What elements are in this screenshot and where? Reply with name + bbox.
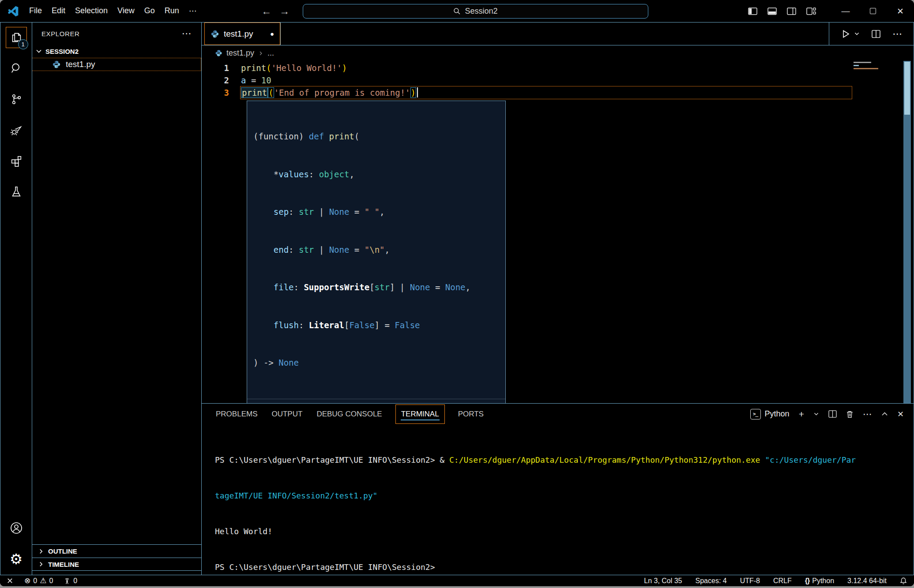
close-panel-icon[interactable]: ✕ — [897, 410, 904, 418]
editor-scrollbar[interactable] — [903, 61, 911, 403]
panel-tabs: PROBLEMS OUTPUT DEBUG CONSOLE TERMINAL P… — [215, 404, 485, 424]
toggle-secondary-sidebar-icon[interactable] — [787, 7, 796, 15]
menu-view[interactable]: View — [113, 4, 139, 18]
panel-more-actions-icon[interactable]: ⋯ — [863, 409, 872, 419]
run-icon — [841, 29, 850, 39]
tab-terminal[interactable]: TERMINAL — [395, 404, 445, 424]
split-terminal-icon[interactable] — [828, 410, 837, 418]
notifications-bell-icon[interactable] — [900, 577, 907, 584]
file-test1-py[interactable]: test1.py — [32, 58, 201, 71]
explorer-badge: 1 — [18, 39, 28, 49]
panel-header: PROBLEMS OUTPUT DEBUG CONSOLE TERMINAL P… — [202, 404, 914, 424]
activity-run-debug[interactable] — [6, 120, 27, 141]
breadcrumb: test1.py ... — [202, 45, 914, 61]
tab-problems[interactable]: PROBLEMS — [215, 405, 258, 423]
kill-terminal-trash-icon[interactable] — [846, 410, 854, 418]
python-file-icon — [52, 60, 61, 69]
terminal-line: Hello World! — [215, 525, 914, 537]
menu-run[interactable]: Run — [160, 4, 184, 18]
maximize-panel-icon[interactable] — [881, 411, 888, 417]
customize-layout-icon[interactable] — [806, 7, 816, 15]
run-python-file-button[interactable] — [841, 29, 860, 39]
activity-source-control[interactable] — [6, 89, 27, 110]
window-minimize-button[interactable]: — — [832, 0, 859, 22]
maximize-icon — [870, 8, 876, 14]
activity-testing[interactable] — [6, 181, 27, 202]
sidebar-header: EXPLORER ⋯ — [32, 22, 201, 45]
command-center-search[interactable]: Session2 — [303, 4, 648, 19]
menu-more-icon[interactable]: ⋯ — [184, 4, 202, 18]
code-editor[interactable]: 1 print('Hello World!') 2 a = 10 3 print… — [202, 61, 914, 403]
chevron-down-icon — [35, 48, 42, 55]
status-right: Ln 3, Col 35 Spaces: 4 UTF-8 CRLF {} Pyt… — [644, 577, 907, 585]
split-editor-icon[interactable] — [872, 30, 880, 38]
toggle-panel-icon[interactable] — [767, 7, 777, 15]
terminal-shell-selector[interactable]: >_ Python — [750, 409, 790, 419]
bottom-panel: PROBLEMS OUTPUT DEBUG CONSOLE TERMINAL P… — [202, 403, 914, 575]
chevron-down-icon[interactable] — [854, 31, 860, 37]
new-terminal-icon[interactable]: + — [799, 409, 804, 419]
indentation[interactable]: Spaces: 4 — [696, 577, 727, 585]
status-bar: ⊗ 0 ⚠ 0 0 Ln 3, Col 35 Spaces: 4 UTF-8 C… — [0, 575, 914, 586]
activity-extensions[interactable] — [6, 150, 27, 172]
hover-signature: (function) def print( *values: object, s… — [247, 101, 505, 399]
account-icon[interactable] — [6, 517, 27, 539]
language-mode[interactable]: {} Python — [805, 577, 834, 585]
run-debug-icon — [10, 124, 23, 137]
window-close-button[interactable]: ✕ — [887, 0, 914, 22]
tab-test1-py[interactable]: test1.py ● — [204, 22, 280, 45]
python-interpreter[interactable]: 3.12.4 64-bit — [847, 577, 887, 585]
tab-separator — [280, 22, 281, 45]
problems-indicator[interactable]: ⊗ 0 ⚠ 0 — [24, 576, 53, 585]
braces-icon: {} — [805, 577, 809, 585]
code-line-1: 1 print('Hello World!') — [202, 62, 914, 74]
warning-count: 0 — [49, 577, 53, 585]
hover-docs: Prints the values to a stream, or to sys… — [247, 399, 505, 404]
window-maximize-button[interactable] — [859, 0, 887, 22]
active-tab-underline — [401, 419, 440, 420]
toggle-sidebar-icon[interactable] — [748, 7, 757, 15]
main-area: 1 ⚙ — [0, 22, 914, 575]
menu-edit[interactable]: Edit — [47, 4, 70, 18]
settings-gear-icon[interactable]: ⚙ — [6, 548, 27, 569]
minimap[interactable] — [854, 62, 901, 71]
editor-group: test1.py ● ⋯ test1.py — [202, 22, 914, 575]
dirty-indicator-icon[interactable]: ● — [270, 30, 274, 37]
folder-session2[interactable]: SESSION2 — [32, 45, 201, 58]
activity-search[interactable] — [6, 58, 27, 79]
editor-actions: ⋯ — [829, 22, 914, 45]
tab-ports[interactable]: PORTS — [457, 405, 485, 423]
ports-indicator[interactable]: 0 — [64, 577, 77, 585]
activity-bar-bottom: ⚙ — [6, 508, 27, 575]
extensions-icon — [10, 154, 23, 168]
bracket-match-open: ( — [268, 87, 274, 98]
terminal-output[interactable]: PS C:\Users\dguer\PartageIMT\UE INFO\Ses… — [202, 424, 914, 586]
source-control-icon — [10, 93, 23, 106]
timeline-section[interactable]: TIMELINE — [32, 558, 201, 571]
scrollbar-thumb[interactable] — [904, 62, 910, 115]
encoding[interactable]: UTF-8 — [740, 577, 760, 585]
launch-profile-chevron-icon[interactable] — [813, 411, 819, 417]
menu-go[interactable]: Go — [139, 4, 160, 18]
file-label: test1.py — [66, 60, 95, 69]
menu-selection[interactable]: Selection — [70, 4, 113, 18]
vscode-window: File Edit Selection View Go Run ⋯ ← → Se… — [0, 0, 914, 586]
titlebar-right: — ✕ — [748, 0, 914, 22]
line-number: 1 — [202, 62, 229, 74]
breadcrumb-file[interactable]: test1.py — [226, 49, 254, 58]
go-forward-icon[interactable]: → — [279, 5, 290, 17]
search-value: Session2 — [465, 7, 497, 16]
broadcast-icon — [64, 577, 71, 584]
outline-section[interactable]: OUTLINE — [32, 544, 201, 558]
menu-file[interactable]: File — [24, 4, 47, 18]
eol-sequence[interactable]: CRLF — [773, 577, 792, 585]
go-back-icon[interactable]: ← — [261, 5, 271, 17]
remote-indicator[interactable] — [6, 577, 14, 584]
tab-debug-console[interactable]: DEBUG CONSOLE — [316, 405, 383, 423]
tab-output[interactable]: OUTPUT — [271, 405, 303, 423]
python-file-icon — [211, 30, 219, 38]
breadcrumb-symbol[interactable]: ... — [267, 49, 274, 58]
cursor-position[interactable]: Ln 3, Col 35 — [644, 577, 682, 585]
highlighted-word: print — [241, 87, 268, 98]
activity-explorer[interactable]: 1 — [6, 27, 27, 48]
